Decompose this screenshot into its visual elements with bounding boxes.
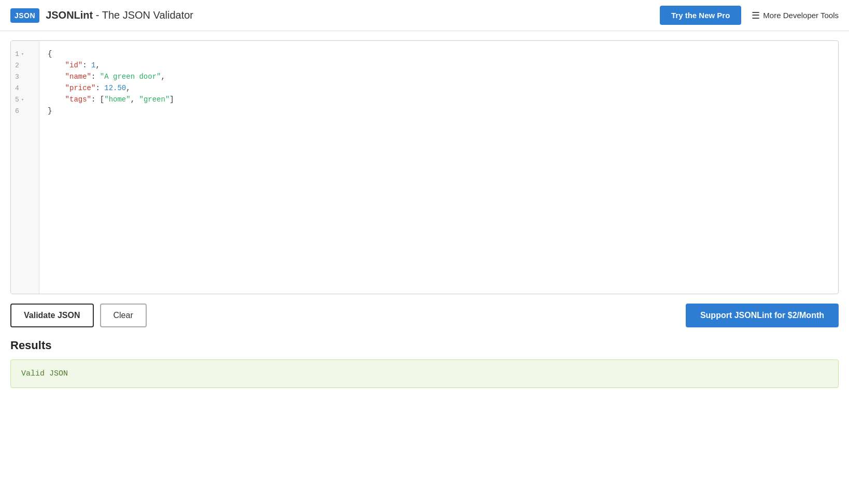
action-buttons: Validate JSON Clear Support JSONLint for… <box>10 304 839 327</box>
line-number-row: 6 <box>11 105 39 117</box>
try-pro-button[interactable]: Try the New Pro <box>660 6 741 25</box>
line-number: 2 <box>15 62 19 69</box>
header: JSON JSONLint - The JSON Validator Try t… <box>0 0 849 31</box>
line-number-row: 1▾ <box>11 48 39 60</box>
code-line: "name": "A green door", <box>48 71 830 82</box>
more-tools-link[interactable]: ☰ More Developer Tools <box>752 10 839 21</box>
results-box: Valid JSON <box>10 359 839 388</box>
line-number-row: 2 <box>11 60 39 71</box>
fold-arrow-icon[interactable]: ▾ <box>21 97 24 103</box>
code-line: "price": 12.50, <box>48 82 830 94</box>
site-title: JSONLint - The JSON Validator <box>46 9 193 21</box>
line-number: 6 <box>15 107 19 115</box>
code-display[interactable]: { "id": 1, "name": "A green door", "pric… <box>39 41 838 294</box>
json-editor[interactable]: 1▾2345▾6 { "id": 1, "name": "A green doo… <box>10 40 839 294</box>
clear-button[interactable]: Clear <box>100 304 147 327</box>
line-number: 5 <box>15 96 19 104</box>
line-number-row: 4 <box>11 82 39 94</box>
line-number-row: 3 <box>11 71 39 82</box>
support-button[interactable]: Support JSONLint for $2/Month <box>686 304 839 327</box>
hamburger-icon: ☰ <box>752 10 760 21</box>
results-section: Results Valid JSON <box>10 339 839 388</box>
validate-button[interactable]: Validate JSON <box>10 304 94 327</box>
line-numbers: 1▾2345▾6 <box>11 41 39 294</box>
code-line: "id": 1, <box>48 60 830 71</box>
fold-arrow-icon[interactable]: ▾ <box>21 51 24 57</box>
code-line: } <box>48 105 830 117</box>
more-tools-label: More Developer Tools <box>763 11 839 20</box>
line-number: 3 <box>15 73 19 81</box>
header-right: Try the New Pro ☰ More Developer Tools <box>660 6 839 25</box>
main-content: 1▾2345▾6 { "id": 1, "name": "A green doo… <box>0 31 849 397</box>
line-number: 1 <box>15 50 19 58</box>
results-title: Results <box>10 339 839 352</box>
line-number: 4 <box>15 84 19 92</box>
code-line: { <box>48 48 830 60</box>
logo: JSON <box>10 8 39 23</box>
line-number-row: 5▾ <box>11 94 39 105</box>
code-line: "tags": ["home", "green"] <box>48 94 830 105</box>
